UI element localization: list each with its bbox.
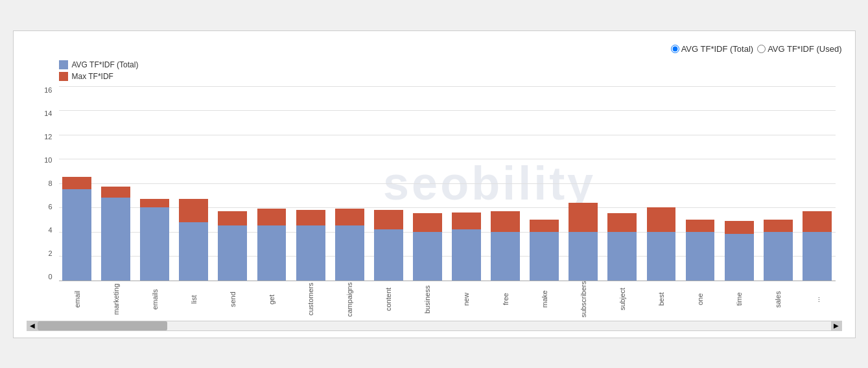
legend-label-max: Max TF*IDF bbox=[72, 72, 113, 81]
bar-bottom-emails bbox=[140, 207, 169, 281]
x-label-new: new bbox=[448, 283, 484, 316]
bar-group-customers bbox=[292, 210, 329, 281]
bar-top-free bbox=[491, 211, 520, 232]
legend-item-max: Max TF*IDF bbox=[59, 72, 842, 81]
bar-group-make bbox=[526, 220, 563, 281]
bar-top-... bbox=[803, 211, 832, 232]
header-row: AVG TF*IDF (Total) AVG TF*IDF (Used) bbox=[27, 44, 842, 54]
bar-top-best bbox=[647, 207, 676, 232]
bar-top-subscribers bbox=[569, 203, 598, 232]
bar-group-time bbox=[721, 221, 757, 281]
bar-top-time bbox=[725, 221, 754, 235]
x-label-subject: subject bbox=[604, 283, 640, 316]
bar-bottom-sales bbox=[764, 232, 793, 281]
bar-group-email bbox=[59, 177, 95, 280]
bar-bottom-list bbox=[179, 222, 208, 281]
bar-inner-sales bbox=[764, 220, 793, 281]
bar-top-make bbox=[530, 220, 559, 232]
bar-stack-... bbox=[799, 211, 835, 281]
x-labels: emailmarketingemailslistsendgetcustomers… bbox=[59, 283, 836, 316]
x-label-email: email bbox=[59, 283, 95, 316]
bar-inner-content bbox=[374, 210, 403, 281]
bar-top-content bbox=[374, 210, 403, 229]
x-label-emails: emails bbox=[137, 283, 173, 316]
x-label-...: ... bbox=[799, 283, 835, 316]
scroll-track[interactable] bbox=[38, 321, 841, 330]
bar-group-marketing bbox=[98, 187, 134, 280]
bar-stack-email bbox=[59, 177, 95, 280]
bar-top-email bbox=[62, 177, 91, 189]
bar-group-send bbox=[215, 211, 251, 281]
type-option-total[interactable]: AVG TF*IDF (Total) bbox=[671, 44, 753, 54]
bar-bottom-best bbox=[647, 232, 676, 281]
legend-item-avg: AVG TF*IDF (Total) bbox=[59, 60, 842, 69]
x-label-business: business bbox=[409, 283, 445, 316]
bar-stack-time bbox=[721, 221, 757, 281]
bar-stack-campaigns bbox=[331, 209, 368, 281]
bar-bottom-subscribers bbox=[569, 232, 598, 281]
bar-inner-... bbox=[803, 211, 832, 281]
radio-used[interactable] bbox=[757, 45, 766, 53]
bar-inner-best bbox=[647, 207, 676, 281]
bar-bottom-time bbox=[725, 234, 754, 280]
bar-inner-customers bbox=[296, 210, 325, 281]
bar-stack-customers bbox=[292, 210, 329, 281]
bar-stack-best bbox=[643, 207, 679, 281]
bar-inner-emails bbox=[140, 199, 169, 281]
bar-stack-list bbox=[176, 199, 212, 281]
bar-group-new bbox=[448, 213, 484, 281]
bar-bottom-customers bbox=[296, 225, 325, 280]
type-total-label: AVG TF*IDF (Total) bbox=[681, 44, 753, 54]
bar-group-one bbox=[682, 220, 718, 281]
bar-group-campaigns bbox=[331, 209, 368, 281]
bar-stack-content bbox=[370, 210, 406, 281]
bar-inner-marketing bbox=[101, 187, 130, 280]
x-label-sales: sales bbox=[760, 283, 796, 316]
bar-top-emails bbox=[140, 199, 169, 207]
bar-top-customers bbox=[296, 210, 325, 225]
y-label-0: 0 bbox=[30, 273, 53, 281]
legend: AVG TF*IDF (Total) Max TF*IDF bbox=[59, 60, 842, 81]
bar-group-list bbox=[176, 199, 212, 281]
bar-inner-email bbox=[62, 177, 91, 280]
x-label-content: content bbox=[370, 283, 406, 316]
bar-group-subscribers bbox=[565, 203, 602, 281]
grid-and-bars: seobility bbox=[59, 86, 836, 281]
bar-inner-business bbox=[413, 213, 442, 280]
radio-total[interactable] bbox=[671, 45, 679, 53]
y-label-10: 10 bbox=[30, 156, 53, 164]
bar-inner-subscribers bbox=[569, 203, 598, 281]
bar-stack-subject bbox=[604, 213, 640, 280]
bar-inner-get bbox=[257, 209, 287, 281]
x-label-make: make bbox=[526, 283, 563, 316]
chart-area: 16 14 12 10 8 6 4 2 0 seobility bbox=[59, 86, 836, 281]
bar-bottom-... bbox=[803, 232, 832, 281]
bar-stack-get bbox=[253, 209, 290, 281]
y-label-2: 2 bbox=[30, 249, 53, 257]
scrollbar[interactable]: ◀ ▶ bbox=[27, 321, 842, 331]
scroll-right-button[interactable]: ▶ bbox=[831, 321, 841, 331]
y-label-6: 6 bbox=[30, 203, 53, 211]
bar-stack-business bbox=[409, 213, 445, 280]
bar-bottom-business bbox=[413, 232, 442, 281]
bars-row bbox=[59, 86, 836, 281]
bar-top-campaigns bbox=[335, 209, 364, 225]
bar-top-marketing bbox=[101, 187, 130, 198]
bar-inner-free bbox=[491, 211, 520, 281]
bar-inner-one bbox=[686, 220, 715, 281]
type-option-used[interactable]: AVG TF*IDF (Used) bbox=[757, 44, 841, 54]
bar-inner-send bbox=[218, 211, 247, 281]
bar-stack-marketing bbox=[98, 187, 134, 280]
bar-stack-new bbox=[448, 213, 484, 281]
bar-group-emails bbox=[137, 199, 173, 281]
scroll-thumb[interactable] bbox=[38, 321, 167, 330]
bar-group-... bbox=[799, 211, 835, 281]
legend-color-avg bbox=[59, 60, 68, 69]
bar-top-send bbox=[218, 211, 247, 226]
scroll-left-button[interactable]: ◀ bbox=[27, 321, 38, 331]
bar-group-subject bbox=[604, 213, 640, 280]
bar-stack-one bbox=[682, 220, 718, 281]
x-label-one: one bbox=[682, 283, 718, 316]
bar-group-sales bbox=[760, 220, 796, 281]
bar-stack-make bbox=[526, 220, 563, 281]
